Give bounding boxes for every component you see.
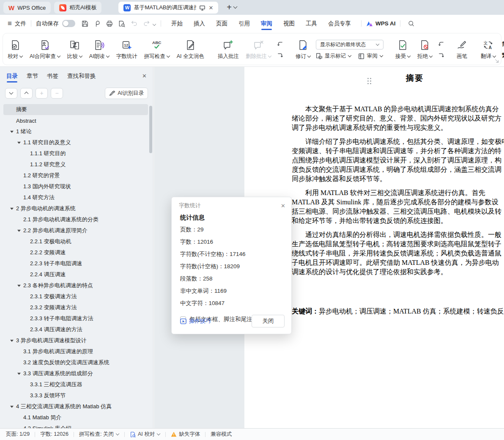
toc-item[interactable]: 2.3.3 转子串电阻调速方法	[3, 313, 148, 324]
toc-arrow-icon[interactable]	[17, 285, 23, 287]
tips-link[interactable]: 操作技巧	[180, 317, 211, 325]
new-tab-button[interactable]: +	[227, 3, 232, 11]
ai-proofread-status[interactable]: AI 校对	[130, 431, 160, 438]
toc-item[interactable]: 3.3.1 三相交流调压器	[3, 379, 148, 390]
tab-wps-office[interactable]: W WPS Office	[3, 2, 51, 14]
proofread-button[interactable]: 校对	[4, 34, 26, 65]
zoom-in-toc-button[interactable]: +	[36, 88, 48, 99]
quick-toolbar-chevron-icon[interactable]	[153, 20, 156, 27]
toc-item[interactable]: 2.3.1 变极调速方法	[3, 291, 148, 302]
missing-font-warning[interactable]: 缺失字体	[171, 431, 200, 438]
toc-item[interactable]: 3.1 异步电机调压调速的原理	[3, 346, 148, 357]
toc-item[interactable]: 2 异步电动机的调速系统	[3, 203, 148, 214]
simplified-to-traditional-button[interactable]: 简 转繁	[502, 40, 504, 48]
spell-check-status[interactable]: 拼写检查: 关闭	[79, 431, 119, 438]
print-icon[interactable]	[104, 18, 115, 29]
save-icon[interactable]	[79, 18, 91, 29]
show-markup-button[interactable]: 显示标记	[316, 52, 351, 60]
toc-arrow-icon[interactable]	[17, 230, 23, 232]
toc-item[interactable]: 1.4 研究方法	[3, 192, 148, 203]
menu-tab[interactable]: 工具	[306, 15, 317, 32]
accept-button[interactable]: 接受	[392, 34, 414, 65]
word-count-indicator[interactable]: 字数: 12026	[40, 431, 68, 438]
file-menu[interactable]: 文件	[15, 20, 26, 28]
menu-tab[interactable]: 视图	[283, 15, 295, 32]
toc-item[interactable]: 4 三相交流调压调速系统的 Matlab 仿真	[3, 401, 148, 412]
insert-comment-button[interactable]: 插入批注	[214, 34, 242, 65]
toc-item[interactable]: 3.3.3 反馈环节	[3, 390, 148, 401]
toc-item[interactable]: 1 绪论	[3, 126, 148, 137]
menu-tab[interactable]: 页面	[216, 15, 227, 32]
close-dialog-button[interactable]: 关闭	[252, 315, 285, 327]
zoom-out-toc-button[interactable]: −	[51, 88, 63, 99]
autosave-toggle[interactable]	[62, 20, 75, 27]
toc-arrow-icon[interactable]	[17, 373, 23, 375]
sidebar-scrollbar[interactable]	[149, 106, 152, 153]
toc-item[interactable]: 1.1 研究目的及意义	[3, 137, 148, 148]
ai-contract-review-button[interactable]: AI合同审查	[26, 34, 64, 65]
search-icon[interactable]	[405, 18, 417, 29]
toc-arrow-icon[interactable]	[10, 131, 16, 133]
sidebar-close-icon[interactable]: ✕	[142, 73, 147, 79]
spell-check-button[interactable]: ABC 拼写检查	[141, 34, 173, 65]
sidebar-tab[interactable]: 查找和替换	[67, 67, 96, 85]
toc-item[interactable]: 2.2.2 变频调速	[3, 247, 148, 258]
sidebar-tab[interactable]: 章节	[27, 67, 38, 85]
next-change-icon[interactable]	[438, 52, 444, 59]
toc-item[interactable]: 1.1.2 研究意义	[3, 159, 148, 170]
toc-item[interactable]: 2.2.3 转子串电阻调速	[3, 258, 148, 269]
toc-item[interactable]: 1.2 研究的背景	[3, 170, 148, 181]
next-comment-icon[interactable]	[277, 52, 283, 59]
toc-item[interactable]: 3.2 速度负反馈的交流调压调速系统	[3, 357, 148, 368]
toc-item[interactable]: 2.3.2 变频调速方法	[3, 302, 148, 313]
ai-read-aloud-button[interactable]: AI朗读	[86, 34, 113, 65]
toc-item[interactable]: 2.1 异步电动机调速系统的分类	[3, 214, 148, 225]
delete-comment-button[interactable]: 删除批注	[242, 34, 275, 65]
traditional-to-simplified-button[interactable]: 繁 转简	[502, 52, 504, 59]
toc-item[interactable]: 2.3 各种异步电机调速的特点	[3, 280, 148, 291]
expand-all-button[interactable]	[20, 88, 33, 99]
markup-state-select[interactable]: 显示标记的最终状态	[316, 40, 383, 50]
redo-icon[interactable]	[141, 18, 152, 29]
ai-recognize-toc-button[interactable]: AI识别目录	[105, 88, 148, 99]
toc-item[interactable]: 2.2 异步电机调速原理简介	[3, 225, 148, 236]
export-icon[interactable]	[92, 18, 103, 29]
toc-item[interactable]: 4.1 Matlab 简介	[3, 412, 148, 423]
dialog-close-icon[interactable]: ✕	[281, 203, 285, 209]
tab-list-chevron-icon[interactable]	[233, 2, 237, 10]
reject-button[interactable]: 拒绝	[414, 34, 436, 65]
toc-item[interactable]: Abstract	[3, 115, 148, 126]
print-preview-icon[interactable]	[116, 18, 128, 29]
collapse-all-button[interactable]	[5, 88, 17, 99]
previous-change-icon[interactable]	[438, 41, 444, 47]
compare-button[interactable]: 比较	[64, 34, 86, 65]
word-count-button[interactable]: 12 字数统计	[113, 34, 141, 65]
tab-document[interactable]: W 基于MATLAB的调压调速控制 ✕	[118, 2, 218, 14]
sidebar-tab[interactable]: 书签	[47, 67, 58, 85]
toc-item[interactable]: 摘要	[3, 104, 148, 115]
menu-tab[interactable]: 会员专享	[328, 15, 351, 32]
ribbon-expand-icon[interactable]	[495, 59, 499, 63]
close-tab-icon[interactable]: ✕	[208, 5, 213, 11]
menu-tab[interactable]: 插入	[194, 15, 205, 32]
ai-polish-button[interactable]: AI 全文润色	[173, 34, 208, 65]
toc-item[interactable]: 3.3 调压调速系统的组成部分	[3, 368, 148, 379]
paragraph-drag-handle-icon[interactable]	[367, 78, 369, 79]
sidebar-tab[interactable]: 目录	[6, 67, 18, 85]
page-indicator[interactable]: 页面: 1/29	[6, 431, 30, 438]
toc-item[interactable]: 2.2.1 变极电动机	[3, 236, 148, 247]
ink-brush-button[interactable]: 画笔	[453, 34, 471, 65]
menu-tab[interactable]: 引用	[238, 15, 250, 32]
wps-ai-button[interactable]: WPS AI	[366, 20, 396, 27]
toc-arrow-icon[interactable]	[10, 406, 16, 408]
tab-docer[interactable]: 稻壳AI模板	[54, 2, 101, 14]
previous-comment-icon[interactable]	[277, 41, 283, 47]
undo-icon[interactable]	[129, 18, 140, 29]
track-changes-button[interactable]: 修订	[292, 34, 314, 65]
review-pane-button[interactable]: 审阅	[358, 52, 383, 60]
main-menu-icon[interactable]: ≡	[8, 19, 12, 28]
toc-item[interactable]: 2.2.4 调压调速	[3, 269, 148, 280]
toc-arrow-icon[interactable]	[10, 208, 16, 210]
toc-arrow-icon[interactable]	[17, 142, 23, 144]
screen-share-icon[interactable]	[199, 5, 205, 11]
